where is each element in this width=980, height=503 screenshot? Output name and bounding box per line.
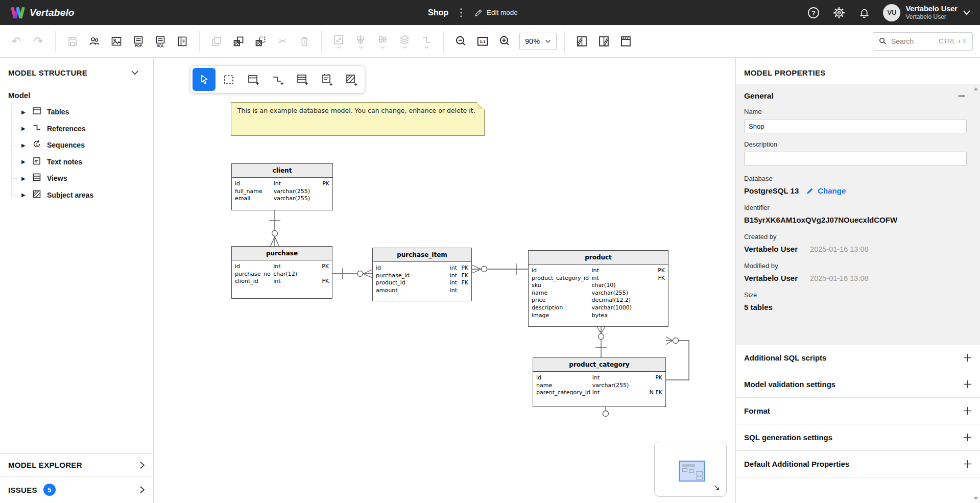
zoom-actual-size-button[interactable]: 1:1 [473, 30, 492, 53]
reference-style-button[interactable] [417, 30, 436, 53]
cut-button[interactable]: ✂ [273, 30, 292, 53]
column-row[interactable]: client_idintFK [232, 278, 332, 285]
vertabelo-logo[interactable]: Vertabelo [9, 5, 75, 20]
expand-arrow-icon[interactable]: ▶ [21, 192, 27, 198]
column-row[interactable]: idintPK [232, 180, 332, 188]
column-row[interactable]: skuchar(10) [529, 282, 668, 290]
table-client-header[interactable]: client [232, 164, 332, 178]
settings-gear-icon[interactable] [832, 6, 846, 19]
relationship-purchase-purchase-item[interactable] [332, 268, 372, 279]
tree-item-sequences[interactable]: ▶ 1 Sequences [0, 137, 153, 154]
order-layers-button[interactable] [395, 30, 414, 53]
section-model-validation-settings[interactable]: Model validation settings [736, 371, 980, 398]
column-row[interactable]: purchase_nochar(12) [232, 271, 332, 278]
notifications-bell-icon[interactable] [858, 6, 871, 19]
section-additional-sql-scripts[interactable]: Additional SQL scripts [736, 345, 980, 371]
scrollbar-down-icon[interactable] [974, 497, 978, 500]
help-icon[interactable]: ? [807, 6, 820, 19]
column-row[interactable]: namevarchar(255) [529, 290, 668, 297]
section-sql-generation-settings[interactable]: SQL generation settings [736, 424, 980, 451]
align-horizontal-button[interactable] [351, 30, 370, 53]
fit-to-selection-button[interactable] [329, 30, 348, 53]
collapse-chevron-icon[interactable] [131, 70, 139, 76]
column-row[interactable]: product_idintFK [373, 279, 471, 287]
tree-item-tables[interactable]: ▶ Tables [0, 104, 153, 121]
column-row[interactable]: amountint [373, 287, 471, 295]
collapse-minus-icon[interactable] [958, 92, 966, 100]
delete-button[interactable] [295, 30, 314, 53]
model-explorer-row[interactable]: MODEL EXPLORER [0, 453, 153, 476]
column-row[interactable]: imagebytea [529, 312, 668, 320]
align-vertical-button[interactable] [373, 30, 392, 53]
model-report-button[interactable] [173, 30, 192, 53]
issues-row[interactable]: ISSUES 5 [0, 476, 153, 503]
relationship-product-product-category[interactable] [595, 327, 607, 357]
tree-item-subject-areas[interactable]: ▶ Subject areas [0, 187, 153, 204]
add-text-note-tool-button[interactable] [315, 68, 338, 91]
column-row[interactable]: idintPK [373, 265, 471, 272]
column-row[interactable]: emailvarchar(255) [232, 195, 332, 203]
table-purchase-item[interactable]: purchase_item idintPK purchase_idintFK p… [372, 248, 472, 301]
text-note[interactable]: This is an example database model. You c… [231, 102, 485, 136]
diagram-canvas[interactable]: This is an example database model. You c… [154, 58, 735, 503]
table-client[interactable]: client idintPK full_namevarchar(255) ema… [231, 163, 333, 210]
search-input[interactable]: Search CTRL + F [873, 32, 973, 51]
column-row[interactable]: pricedecimal(12,2) [529, 297, 668, 304]
zoom-in-button[interactable] [495, 30, 514, 53]
toggle-top-panel-button[interactable] [616, 30, 635, 53]
column-row[interactable]: purchase_idintFK [373, 272, 471, 280]
table-purchase-header[interactable]: purchase [232, 247, 332, 260]
table-product-category[interactable]: product_category idintPK namevarchar(255… [533, 357, 666, 407]
expand-arrow-icon[interactable]: ▶ [21, 109, 27, 115]
column-row[interactable]: descriptionvarchar(1000) [529, 304, 668, 312]
add-reference-tool-button[interactable] [266, 68, 289, 91]
marquee-select-tool-button[interactable] [217, 68, 240, 91]
column-row[interactable]: full_namevarchar(255) [232, 188, 332, 196]
expand-arrow-icon[interactable]: ▶ [21, 159, 27, 164]
tree-item-text-notes[interactable]: ▶ Text notes [0, 154, 153, 171]
column-row[interactable]: idintPK [529, 267, 668, 275]
model-description-input[interactable] [744, 152, 967, 166]
table-product-category-header[interactable]: product_category [533, 358, 665, 372]
expand-arrow-icon[interactable]: ▶ [21, 176, 27, 181]
select-tool-button[interactable] [193, 68, 216, 91]
expand-arrow-icon[interactable]: ▶ [21, 126, 27, 131]
edit-mode-indicator[interactable]: Edit mode [474, 8, 518, 17]
copy-to-subject-area-button[interactable] [229, 30, 248, 53]
zoom-level-select[interactable]: 90% [519, 33, 557, 50]
column-row[interactable]: namevarchar(255) [533, 382, 665, 390]
change-database-link[interactable]: Change [806, 186, 846, 195]
redo-button[interactable]: ↷ [29, 30, 47, 53]
add-table-tool-button[interactable] [242, 68, 265, 91]
export-sql-button[interactable]: SQL [151, 30, 170, 53]
relationship-client-purchase[interactable] [269, 210, 280, 246]
toggle-left-panel-button[interactable] [572, 30, 591, 53]
table-purchase[interactable]: purchase idintPK purchase_nochar(12) cli… [231, 246, 332, 299]
copy-button[interactable] [207, 30, 226, 53]
model-root-label[interactable]: Model [0, 82, 153, 103]
table-product[interactable]: product idintPK product_category_idintFK… [528, 250, 668, 327]
section-format[interactable]: Format [736, 398, 980, 424]
section-default-additional-properties[interactable]: Default Additional Properties [736, 451, 980, 477]
tree-item-views[interactable]: ▶ Views [0, 170, 153, 187]
column-row[interactable]: idintPK [533, 374, 665, 382]
user-menu[interactable]: VU Vertabelo User Vertabelo User [883, 4, 971, 21]
share-model-button[interactable] [85, 30, 104, 53]
save-button[interactable] [63, 30, 82, 53]
table-product-header[interactable]: product [529, 251, 668, 265]
add-subject-area-tool-button[interactable] [340, 68, 363, 91]
add-view-tool-button[interactable] [291, 68, 314, 91]
scrollbar-up-icon[interactable] [974, 87, 978, 90]
minimap[interactable]: ↘ [654, 442, 727, 497]
export-image-button[interactable] [107, 30, 126, 53]
minimap-resize-icon[interactable]: ↘ [713, 483, 720, 492]
minimap-viewport[interactable] [679, 461, 705, 482]
toggle-right-panel-button[interactable] [594, 30, 613, 53]
undo-button[interactable]: ↶ [7, 30, 26, 53]
expand-arrow-icon[interactable]: ▶ [21, 142, 27, 148]
column-row[interactable]: idintPK [232, 263, 332, 271]
kebab-menu-icon[interactable] [457, 7, 466, 19]
model-name-input[interactable] [744, 119, 967, 133]
table-purchase-item-header[interactable]: purchase_item [373, 248, 471, 262]
zoom-out-button[interactable] [451, 30, 470, 53]
